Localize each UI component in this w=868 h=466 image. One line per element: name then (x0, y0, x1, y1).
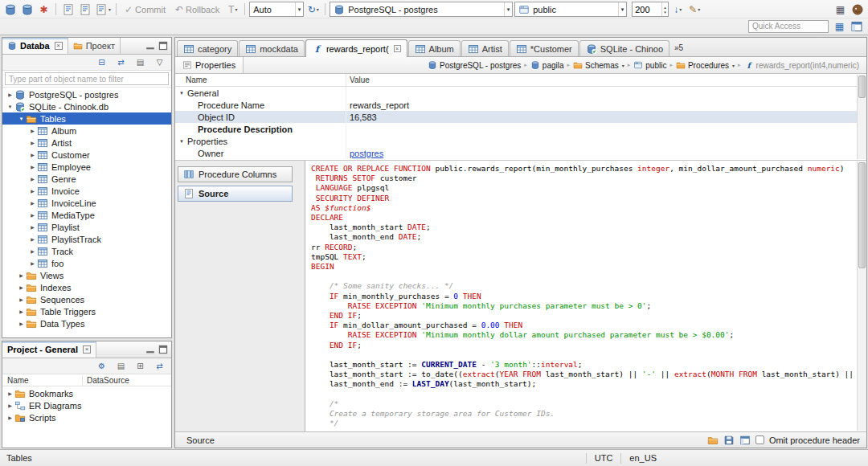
tree-item-artist[interactable]: ▶Artist (2, 137, 171, 149)
open-perspective-button[interactable] (849, 18, 864, 34)
datasource-combo[interactable]: PostgreSQL - postgres ▾ (330, 2, 513, 17)
breadcrumb-item-postgresql-postgres[interactable]: PostgreSQL - postgres (425, 60, 523, 70)
chevron-right-icon[interactable]: ▶ (17, 272, 26, 278)
tree-item-data-types[interactable]: ▶Data Types (2, 317, 171, 329)
grid-column-value[interactable]: Value (346, 76, 370, 84)
commit-button[interactable]: ✓ Commit (121, 2, 170, 17)
property-row-general[interactable]: ▼General (175, 87, 866, 99)
tree-item-genre[interactable]: ▶Genre (2, 173, 171, 185)
tree-item-playlisttrack[interactable]: ▶PlaylistTrack (2, 233, 171, 245)
chevron-down-icon[interactable]: ▼ (17, 117, 26, 121)
property-row-properties[interactable]: ▼Properties (175, 135, 866, 147)
chevron-right-icon[interactable]: ▶ (28, 224, 37, 230)
chevron-right-icon[interactable]: ▶ (17, 296, 26, 302)
property-value[interactable]: postgres (346, 149, 383, 158)
maximize-icon[interactable] (158, 345, 168, 354)
dbeaver-logo-icon[interactable] (850, 2, 865, 17)
column-header-name[interactable]: Name (2, 376, 83, 385)
chevron-right-icon[interactable]: ▶ (17, 321, 26, 326)
chevron-right-icon[interactable]: ▶ (28, 128, 37, 133)
property-row-procedure-name[interactable]: Procedure Namerewards_report (175, 99, 866, 111)
tab-projects[interactable]: Проект (68, 38, 121, 54)
chevron-right-icon[interactable]: ▶ (17, 284, 26, 290)
breadcrumb-item-schemas[interactable]: Schemas▾ (571, 60, 627, 70)
breadcrumb-item-pagila[interactable]: pagila (528, 60, 567, 70)
chevron-right-icon[interactable]: ▶ (28, 188, 37, 194)
tab-project-general[interactable]: Project - General × (2, 341, 96, 358)
tree-item-track[interactable]: ▶Track (2, 245, 171, 257)
perspective-grid-button[interactable]: ▦ (832, 18, 847, 34)
source-editor[interactable]: CREATE OR REPLACE FUNCTION public.reward… (305, 161, 866, 431)
status-timezone[interactable]: UTC (595, 453, 613, 463)
close-icon[interactable]: × (83, 345, 91, 354)
section-tab-procedure-columns[interactable]: Procedure Columns (178, 166, 293, 182)
property-row-procedure-description[interactable]: Procedure Description (175, 123, 866, 135)
tree-item-views[interactable]: ▶Views (2, 269, 171, 281)
minimize-icon[interactable] (145, 345, 155, 354)
properties-scrollbar[interactable] (857, 75, 866, 159)
editor-tab-artist[interactable]: Artist (461, 40, 509, 56)
property-row-owner[interactable]: Ownerpostgres (175, 147, 866, 159)
view-menu-button[interactable]: ▽ (152, 55, 167, 70)
rollback-button[interactable]: ↶ Rollback (171, 2, 223, 17)
link-with-editor-button[interactable]: ⇄ (113, 55, 129, 70)
breadcrumb-item-rewards-report-int4-numeric[interactable]: frewards_report(int4,numeric) (742, 60, 862, 70)
settings-button[interactable]: ⚙ (94, 358, 109, 374)
tree-item-foo[interactable]: ▶foo (2, 257, 171, 269)
chevron-right-icon[interactable]: ▶ (28, 140, 37, 145)
open-in-editor-icon[interactable] (739, 435, 751, 446)
new-connection-button[interactable] (2, 2, 18, 17)
source-scrollbar[interactable] (857, 161, 866, 431)
chevron-right-icon[interactable]: ▶ (28, 260, 37, 266)
sync-button[interactable]: ⇄ (152, 358, 167, 374)
persist-icon[interactable] (707, 435, 719, 446)
editor-tab-customer[interactable]: *Customer (510, 40, 579, 56)
add-button[interactable]: ⊞ (133, 358, 148, 374)
chevron-right-icon[interactable]: ▶ (28, 164, 37, 170)
driver-manager-button[interactable]: ✱ (36, 2, 51, 17)
project-item-er-diagrams[interactable]: ▶ER Diagrams (2, 399, 171, 411)
breadcrumb-item-procedures[interactable]: Procedures▾ (674, 60, 737, 70)
editor-tab-category[interactable]: category (177, 40, 238, 56)
refresh-button[interactable]: ↻▾ (305, 2, 321, 17)
chevron-right-icon[interactable]: ▶ (6, 92, 14, 97)
tree-item-sqlite-chinook-db[interactable]: ▼SQLite - Chinook.db (2, 100, 171, 112)
quick-access-input[interactable] (748, 20, 829, 33)
edit-value-button[interactable]: ✎▾ (687, 2, 702, 17)
tree-item-customer[interactable]: ▶Customer (2, 149, 171, 161)
chevron-right-icon[interactable]: ▶ (6, 415, 14, 420)
close-icon[interactable]: × (55, 42, 63, 50)
maximize-icon[interactable] (158, 41, 168, 51)
chevron-right-icon[interactable]: ▶ (6, 403, 14, 408)
tree-item-sequences[interactable]: ▶Sequences (2, 293, 171, 305)
chevron-right-icon[interactable]: ▶ (28, 152, 37, 157)
tree-item-indexes[interactable]: ▶Indexes (2, 281, 171, 293)
minimize-icon[interactable] (145, 41, 155, 51)
tree-item-employee[interactable]: ▶Employee (2, 161, 171, 173)
chevron-right-icon[interactable]: ▶ (28, 176, 37, 182)
editor-tab-album[interactable]: Album (408, 40, 461, 56)
chevron-right-icon[interactable]: ▶ (17, 309, 26, 314)
open-sql-script-button[interactable]: ▾ (94, 2, 112, 17)
chevron-down-icon[interactable]: ▼ (6, 104, 14, 109)
chevron-right-icon[interactable]: ▶ (28, 248, 37, 254)
column-header-datasource[interactable]: DataSource (83, 376, 129, 385)
tab-properties[interactable]: Properties (175, 57, 244, 73)
tree-item-postgresql-postgres[interactable]: ▶PostgreSQL - postgres (2, 88, 171, 100)
status-locale[interactable]: en_US (629, 453, 657, 463)
grid-column-name[interactable]: Name (175, 74, 346, 86)
tree-item-tables[interactable]: ▼Tables (2, 112, 171, 125)
property-row-object-id[interactable]: Object ID16,583 (175, 111, 866, 123)
commit-mode-combo[interactable]: Auto ▾ (249, 2, 304, 17)
project-item-bookmarks[interactable]: ▶Bookmarks (2, 387, 171, 399)
transaction-mode-button[interactable]: T▾ (225, 2, 240, 17)
omit-header-checkbox[interactable] (755, 435, 764, 444)
source-subtab[interactable]: Source (182, 435, 215, 445)
spinner-arrows-icon[interactable]: ▴▾ (661, 2, 668, 16)
save-icon[interactable] (723, 435, 735, 446)
sql-editor-button[interactable] (60, 2, 76, 17)
new-sql-editor-button[interactable] (77, 2, 92, 17)
chevron-right-icon[interactable]: ▶ (28, 236, 37, 242)
collapse-all-button[interactable]: ⊟ (94, 55, 109, 70)
tree-item-playlist[interactable]: ▶Playlist (2, 221, 171, 233)
